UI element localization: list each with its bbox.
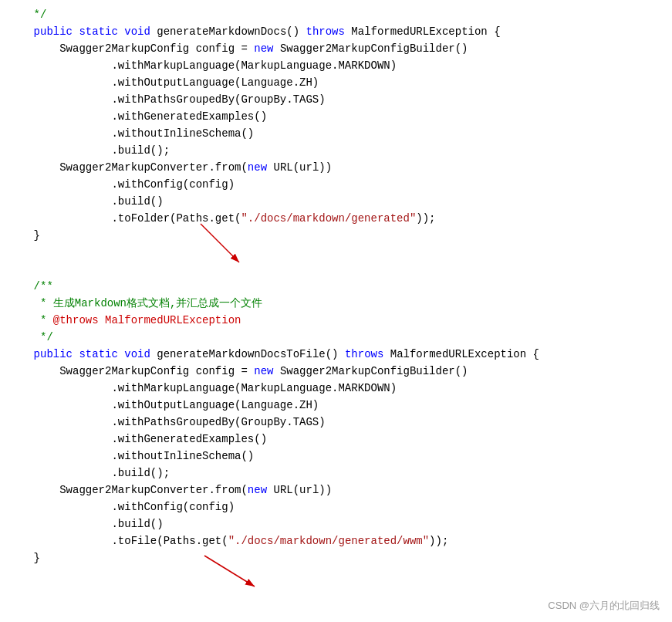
code-line: */: [0, 329, 672, 346]
code-line: public static void generateMarkdownDocsT…: [0, 346, 672, 363]
code-container: */ public static void generateMarkdownDo…: [0, 0, 672, 622]
code-line: .withMarkupLanguage(MarkupLanguage.MARKD…: [0, 57, 672, 74]
watermark: CSDN @六月的北回归线: [548, 599, 660, 613]
code-string: "./docs/markdown/generated/wwm": [228, 532, 429, 549]
code-text: generateMarkdownDocs(): [150, 23, 306, 40]
code-text: [73, 23, 79, 40]
code-text: URL(url)): [267, 159, 332, 176]
code-text: .withGeneratedExamples(): [8, 431, 267, 448]
code-text: Swagger2MarkupConfigBuilder(): [273, 40, 468, 57]
code-text: .build();: [8, 465, 170, 482]
code-line: .withoutInlineSchema(): [0, 448, 672, 465]
code-text: Swagger2MarkupConverter.from(: [8, 482, 248, 499]
code-keyword-throws: throws: [306, 23, 345, 40]
code-keyword: public: [34, 23, 73, 40]
code-line: */: [0, 6, 672, 23]
code-text: .toFolder(Paths.get(: [8, 210, 241, 227]
code-comment: [99, 312, 105, 329]
code-line: }: [0, 227, 672, 244]
code-line: .withConfig(config): [0, 176, 672, 193]
code-line: * 生成Markdown格式文档,并汇总成一个文件: [0, 295, 672, 312]
code-keyword: static: [79, 23, 117, 40]
code-comment-exception: MalformedURLException: [105, 312, 241, 329]
code-line: .build();: [0, 465, 672, 482]
code-line: Swagger2MarkupConfig config = new Swagge…: [0, 40, 672, 57]
code-line: .withOutputLanguage(Language.ZH): [0, 74, 672, 91]
code-line: .toFile(Paths.get( "./docs/markdown/gene…: [0, 532, 672, 549]
code-text: .withPathsGroupedBy(GroupBy.TAGS): [8, 414, 326, 431]
code-keyword: new: [248, 159, 267, 176]
code-line: Swagger2MarkupConverter.from( new URL(ur…: [0, 159, 672, 176]
code-text: [8, 261, 14, 278]
code-keyword-throws: throws: [345, 346, 383, 363]
code-text: .withConfig(config): [8, 499, 235, 516]
code-text: [118, 23, 124, 40]
code-text: ));: [416, 210, 435, 227]
code-line: .withConfig(config): [0, 499, 672, 516]
code-line: .withMarkupLanguage(MarkupLanguage.MARKD…: [0, 380, 672, 397]
code-text: Swagger2MarkupConfig config =: [8, 40, 254, 57]
code-line: .withGeneratedExamples(): [0, 431, 672, 448]
code-line: .build();: [0, 142, 672, 159]
code-text: .withoutInlineSchema(): [8, 448, 254, 465]
code-text: Swagger2MarkupConfig config =: [8, 363, 254, 380]
code-line: .withGeneratedExamples(): [0, 108, 672, 125]
code-keyword: void: [124, 23, 150, 40]
code-line: }: [0, 549, 672, 566]
code-text: [73, 346, 79, 363]
code-text: .withOutputLanguage(Language.ZH): [8, 397, 319, 414]
code-text: Swagger2MarkupConfigBuilder(): [273, 363, 468, 380]
code-line: .build(): [0, 516, 672, 532]
code-text: }: [8, 549, 40, 566]
code-line: .withPathsGroupedBy(GroupBy.TAGS): [0, 414, 672, 431]
code-text: [118, 346, 124, 363]
code-text: .build(): [8, 516, 164, 532]
code-text: */: [8, 6, 46, 23]
code-comment-at: @throws: [53, 312, 99, 329]
code-text: .toFile(Paths.get(: [8, 532, 228, 549]
code-comment: *: [8, 312, 53, 329]
code-text: generateMarkdownDocsToFile(): [150, 346, 345, 363]
code-line: [0, 244, 672, 261]
code-text: [8, 23, 34, 40]
code-keyword: new: [248, 482, 267, 499]
code-line: .withOutputLanguage(Language.ZH): [0, 397, 672, 414]
code-text: [8, 346, 34, 363]
code-text: .withPathsGroupedBy(GroupBy.TAGS): [8, 91, 326, 108]
code-text: .withMarkupLanguage(MarkupLanguage.MARKD…: [8, 380, 397, 397]
code-text: .withOutputLanguage(Language.ZH): [8, 74, 319, 91]
code-text: }: [8, 227, 40, 244]
code-comment: * 生成Markdown格式文档,并汇总成一个文件: [8, 295, 262, 312]
code-text: .withoutInlineSchema(): [8, 125, 254, 142]
code-line: .toFolder(Paths.get( "./docs/markdown/ge…: [0, 210, 672, 227]
code-text: .withGeneratedExamples(): [8, 108, 267, 125]
code-text: .build(): [8, 193, 164, 210]
code-line: [0, 261, 672, 278]
code-keyword: new: [254, 40, 273, 57]
code-text: .withMarkupLanguage(MarkupLanguage.MARKD…: [8, 57, 397, 74]
code-text: MalformedURLException {: [345, 23, 501, 40]
code-string: "./docs/markdown/generated": [241, 210, 416, 227]
code-keyword: public: [34, 346, 73, 363]
code-keyword: void: [124, 346, 150, 363]
code-line: Swagger2MarkupConfig config = new Swagge…: [0, 363, 672, 380]
code-text: [8, 244, 14, 261]
code-line: Swagger2MarkupConverter.from( new URL(ur…: [0, 482, 672, 499]
code-text: MalformedURLException {: [383, 346, 539, 363]
code-text: .build();: [8, 142, 170, 159]
code-text: .withConfig(config): [8, 176, 235, 193]
code-keyword: static: [79, 346, 117, 363]
code-line: /**: [0, 278, 672, 295]
code-keyword: new: [254, 363, 273, 380]
code-comment: */: [8, 329, 53, 346]
code-line: * @throws MalformedURLException: [0, 312, 672, 329]
code-comment: /**: [8, 278, 53, 295]
code-line: public static void generateMarkdownDocs(…: [0, 23, 672, 40]
code-text: Swagger2MarkupConverter.from(: [8, 159, 248, 176]
code-line: .withPathsGroupedBy(GroupBy.TAGS): [0, 91, 672, 108]
code-text: URL(url)): [267, 482, 332, 499]
code-line: .build(): [0, 193, 672, 210]
code-line: .withoutInlineSchema(): [0, 125, 672, 142]
code-text: ));: [429, 532, 448, 549]
